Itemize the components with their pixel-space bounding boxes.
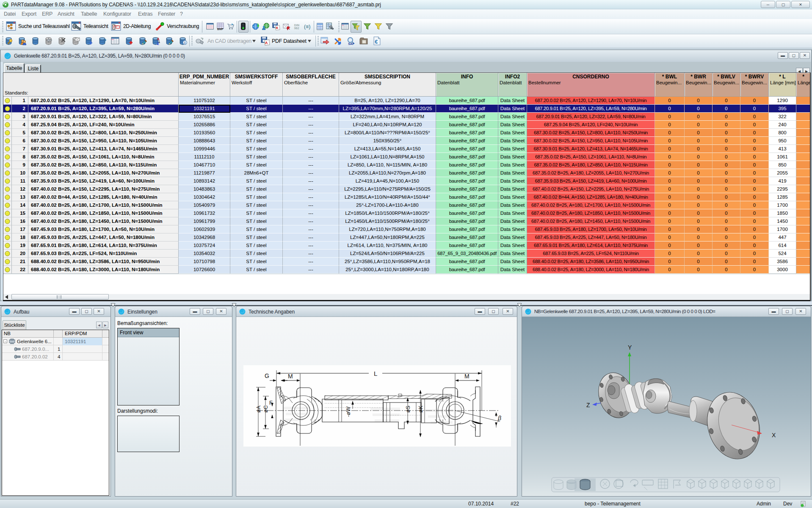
svg-text:M: M — [464, 373, 470, 380]
svg-text:F: F — [269, 400, 273, 406]
svg-text:SAP: SAP — [348, 42, 354, 45]
svg-text:β: β — [497, 415, 501, 422]
svg-text:?: ? — [103, 38, 107, 44]
svg-text:G: G — [265, 372, 269, 379]
svg-text:A: A — [276, 26, 279, 30]
svg-text:øK: øK — [417, 405, 424, 413]
svg-text:€: € — [375, 39, 378, 45]
svg-text:(≡): (≡) — [304, 24, 310, 30]
svg-text:øS: øS — [405, 405, 411, 413]
svg-text:øC: øC — [262, 405, 269, 413]
svg-text:øA: øA — [255, 405, 262, 413]
svg-text:X: X — [772, 432, 776, 439]
svg-text:BMP: BMP — [217, 28, 224, 31]
svg-text:A: A — [157, 37, 160, 41]
svg-text:Z: Z — [157, 42, 159, 45]
svg-text:-øW: -øW — [345, 406, 351, 417]
svg-text:Y: Y — [628, 344, 632, 351]
svg-text:Z: Z — [586, 402, 590, 408]
svg-text:A: A — [265, 41, 268, 45]
svg-text:L: L — [374, 370, 377, 377]
svg-text:962: 962 — [294, 27, 299, 30]
svg-text:M: M — [288, 373, 293, 380]
svg-text:i: i — [184, 41, 185, 45]
